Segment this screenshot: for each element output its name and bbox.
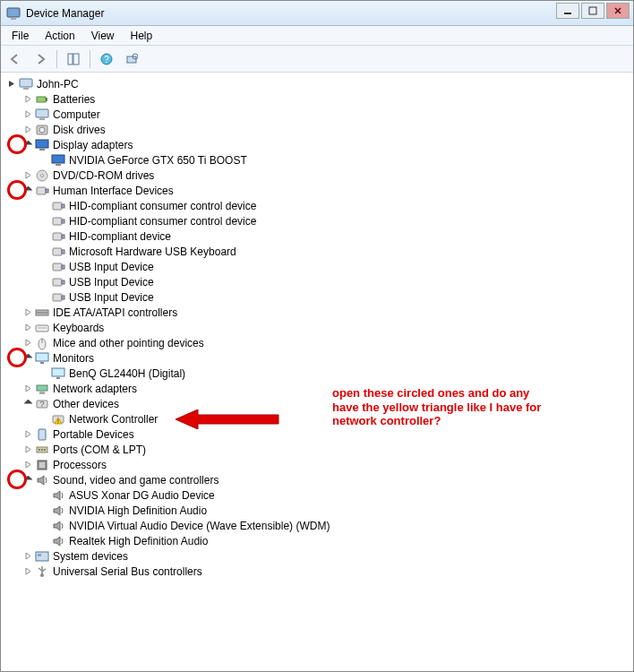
tree-label[interactable]: NVIDIA High Definition Audio (69, 504, 207, 517)
tree-label[interactable]: Disk drives (53, 124, 106, 136)
tree-node[interactable]: Disk drives (3, 122, 631, 137)
maximize-button[interactable] (581, 3, 604, 19)
tree-node[interactable]: Portable Devices (3, 426, 631, 442)
forward-button[interactable] (30, 48, 51, 70)
menu-view[interactable]: View (84, 28, 122, 44)
tree-label[interactable]: Network Controller (69, 413, 158, 426)
expand-icon[interactable] (22, 460, 33, 470)
device-tree[interactable]: John-PC BatteriesComputerDisk drivesDisp… (1, 73, 633, 672)
menu-action[interactable]: Action (38, 28, 81, 44)
tree-label[interactable]: NVIDIA Virtual Audio Device (Wave Extens… (69, 520, 330, 532)
tree-label[interactable]: USB Input Device (69, 276, 154, 289)
tree-node[interactable]: BenQ GL2440H (Digital) (3, 366, 631, 381)
tree-label[interactable]: Monitors (53, 352, 94, 365)
tree-label[interactable]: Mice and other pointing devices (53, 337, 204, 349)
tree-label[interactable]: Processors (53, 459, 107, 471)
tree-label[interactable]: Other devices (53, 398, 119, 410)
tree-node[interactable]: IDE ATA/ATAPI controllers (3, 305, 631, 320)
tree-label[interactable]: Universal Serial Bus controllers (53, 565, 202, 578)
tree-label[interactable]: NVIDIA GeForce GTX 650 Ti BOOST (69, 154, 247, 167)
tree-node[interactable]: USB Input Device (3, 289, 631, 305)
tree-label[interactable]: Portable Devices (53, 428, 134, 441)
tree-label[interactable]: Ports (COM & LPT) (53, 444, 146, 456)
expand-icon[interactable] (22, 551, 33, 562)
tree-node[interactable]: Network adapters (3, 381, 631, 396)
expand-icon[interactable] (22, 185, 33, 196)
svg-rect-13 (23, 88, 29, 90)
tree-label[interactable]: Realtek High Definition Audio (69, 535, 208, 547)
expand-icon[interactable] (22, 323, 33, 333)
tree-node[interactable]: Universal Serial Bus controllers (3, 564, 631, 579)
tree-label[interactable]: Batteries (53, 93, 95, 106)
tree-node[interactable]: Monitors (3, 350, 631, 366)
show-hide-tree-button[interactable] (63, 48, 84, 70)
tree-node[interactable]: Keyboards (3, 320, 631, 335)
tree-label[interactable]: System devices (53, 550, 128, 563)
tree-label[interactable]: DVD/CD-ROM drives (53, 169, 154, 182)
expand-icon[interactable] (22, 140, 33, 151)
tree-label[interactable]: IDE ATA/ATAPI controllers (53, 306, 177, 319)
tree-label[interactable]: Microsoft Hardware USB Keyboard (69, 246, 236, 258)
tree-root[interactable]: John-PC (3, 76, 631, 91)
tree-node[interactable]: ASUS Xonar DG Audio Device (3, 487, 631, 503)
tree-node[interactable]: NVIDIA Virtual Audio Device (Wave Extens… (3, 518, 631, 533)
tree-node[interactable]: HID-compliant device (3, 228, 631, 244)
tree-node[interactable]: Mice and other pointing devices (3, 335, 631, 350)
tree-node[interactable]: USB Input Device (3, 259, 631, 274)
tree-label[interactable]: Display adapters (53, 139, 133, 151)
collapse-icon[interactable] (6, 79, 17, 90)
expand-icon[interactable] (22, 475, 33, 486)
tree-node[interactable]: Display adapters (3, 137, 631, 152)
svg-rect-35 (62, 250, 64, 254)
expand-icon[interactable] (22, 125, 33, 135)
tree-label[interactable]: Computer (53, 108, 100, 121)
tree-node[interactable]: NVIDIA GeForce GTX 650 Ti BOOST (3, 152, 631, 168)
tree-label[interactable]: Network adapters (53, 383, 137, 395)
tree-node[interactable]: HID-compliant consumer control device (3, 213, 631, 228)
tree-label[interactable]: HID-compliant consumer control device (69, 215, 256, 228)
tree-label[interactable]: BenQ GL2440H (Digital) (69, 367, 185, 380)
close-button[interactable] (606, 3, 630, 19)
tree-label[interactable]: ASUS Xonar DG Audio Device (69, 489, 215, 502)
tree-label[interactable]: Sound, video and game controllers (53, 474, 218, 487)
tree-label[interactable]: Human Interface Devices (53, 185, 174, 197)
tree-label[interactable]: HID-compliant consumer control device (69, 200, 256, 212)
tree-node[interactable]: HID-compliant consumer control device (3, 198, 631, 213)
expand-icon[interactable] (22, 383, 33, 394)
expand-icon[interactable] (22, 338, 33, 349)
expand-icon[interactable] (22, 94, 33, 105)
tree-node[interactable]: Computer (3, 107, 631, 122)
menu-help[interactable]: Help (124, 28, 160, 44)
back-button[interactable] (4, 48, 26, 70)
tree-node[interactable]: Batteries (3, 91, 631, 107)
tree-label[interactable]: HID-compliant device (69, 230, 171, 243)
minimize-button[interactable] (556, 3, 579, 19)
tree-label[interactable]: USB Input Device (69, 261, 154, 273)
scan-button[interactable] (121, 48, 142, 70)
tree-label[interactable]: Keyboards (53, 322, 104, 334)
expand-icon[interactable] (22, 444, 33, 455)
expand-icon[interactable] (22, 307, 33, 318)
root-label[interactable]: John-PC (37, 78, 79, 90)
expand-icon[interactable] (22, 399, 33, 409)
tree-label[interactable]: USB Input Device (69, 291, 154, 304)
expand-icon[interactable] (22, 429, 33, 440)
tree-node[interactable]: DVD/CD-ROM drives (3, 168, 631, 183)
tree-node[interactable]: Ports (COM & LPT) (3, 442, 631, 457)
expand-icon[interactable] (22, 566, 33, 577)
tree-node[interactable]: USB Input Device (3, 274, 631, 289)
tree-node[interactable]: Realtek High Definition Audio (3, 533, 631, 548)
tree-node[interactable]: ?Other devices (3, 396, 631, 411)
tree-node[interactable]: System devices (3, 548, 631, 564)
tree-node[interactable]: Microsoft Hardware USB Keyboard (3, 244, 631, 259)
expand-icon[interactable] (22, 353, 33, 364)
expand-icon[interactable] (22, 170, 33, 181)
expand-icon[interactable] (22, 109, 33, 120)
tree-node[interactable]: !Network Controller (3, 411, 631, 426)
tree-node[interactable]: Processors (3, 457, 631, 472)
tree-node[interactable]: Human Interface Devices (3, 183, 631, 198)
tree-node[interactable]: Sound, video and game controllers (3, 472, 631, 487)
menu-file[interactable]: File (4, 28, 36, 44)
tree-node[interactable]: NVIDIA High Definition Audio (3, 503, 631, 518)
help-button[interactable]: ? (96, 48, 117, 70)
